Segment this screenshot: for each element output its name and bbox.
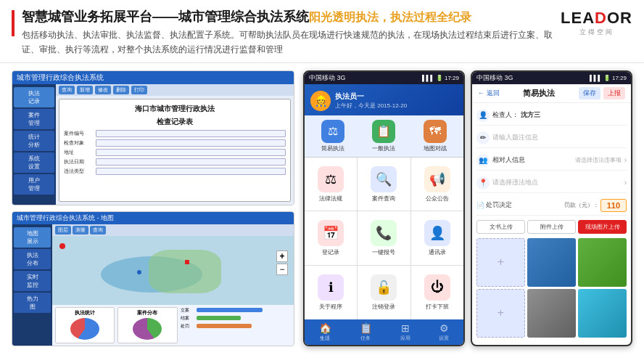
location-row[interactable]: 📍 请选择违法地点 › (476, 174, 627, 193)
map-sidebar-btn-3[interactable]: 实时监控 (14, 271, 51, 291)
bar-label-3: 处罚 (181, 323, 195, 330)
quick-icon-normal: 📋 (372, 120, 395, 143)
menu-item-about[interactable]: ℹ 关于程序 (305, 266, 357, 319)
menu-item-checkout[interactable]: ⏻ 打卡下班 (411, 266, 463, 319)
penalty-input[interactable]: 罚款（元）： 110 (564, 199, 627, 212)
input-row[interactable]: ✏ 请输入题注信息 (476, 129, 627, 148)
map-sidebar-btn-4[interactable]: 热力图 (14, 293, 51, 313)
sidebar-btn-4[interactable]: 系统设置 (14, 152, 54, 173)
upload-attachment[interactable]: 附件上传 (527, 220, 576, 234)
map-land (149, 250, 221, 293)
nav-apps[interactable]: ⊞ 应用 (400, 322, 410, 342)
map-btn-query[interactable]: 查询 (90, 226, 106, 234)
input-type[interactable] (96, 168, 286, 175)
input-date[interactable] (96, 158, 286, 166)
content-area: 城市管理行政综合执法系统 执法记录 案件管理 统计分析 系统设置 用户管理 查询… (0, 63, 644, 354)
phone-2-frame: 中国移动 3G ▌▌▌ 🔋 17:29 ← 返回 简易执法 保存 上报 (471, 70, 632, 346)
menu-label-case: 案件查询 (372, 195, 395, 203)
user-date: 上午好，今天是 2015-12-20 (335, 102, 407, 110)
img-add-1[interactable]: + (476, 238, 525, 287)
desktop-app-form: 城市管理行政综合执法系统 执法记录 案件管理 统计分析 系统设置 用户管理 查询… (12, 71, 294, 205)
right-panel: 中国移动 3G ▌▌▌ 🔋 17:29 👷 执法员一 上午好，今天是 2015-… (303, 70, 632, 346)
nav-home-icon: 🏠 (319, 322, 331, 334)
menu-item-notice[interactable]: 📢 公众公告 (411, 158, 463, 211)
back-button[interactable]: ← 返回 (478, 89, 500, 98)
related-label: 相对人信息 (492, 155, 572, 165)
menu-item-record[interactable]: 📅 登记录 (305, 211, 357, 265)
toolbar-edit[interactable]: 修改 (95, 86, 111, 94)
menu-item-call[interactable]: 📞 一键报号 (358, 211, 410, 265)
menu-item-law[interactable]: ⚖ 法律法规 (305, 158, 357, 211)
menu-item-case[interactable]: 🔍 案件查询 (358, 158, 410, 211)
phone-1-bottom-nav: 🏠 生活 📋 任务 ⊞ 应用 ⚙ 设置 (305, 319, 463, 345)
penalty-amount[interactable]: 110 (600, 199, 627, 212)
input-case-no[interactable] (96, 130, 286, 137)
menu-icon-record: 📅 (318, 220, 344, 246)
map-sidebar-btn-2[interactable]: 执法分布 (14, 249, 51, 269)
toolbar-print[interactable]: 打印 (131, 86, 147, 94)
phone-2-status-bar: 中国移动 3G ▌▌▌ 🔋 17:29 (472, 72, 631, 84)
upload-button[interactable]: 上报 (603, 87, 625, 99)
stat-bars: 立案 结案 处罚 (181, 307, 292, 343)
toolbar-search[interactable]: 查询 (59, 86, 75, 94)
nav-settings-icon: ⚙ (439, 322, 449, 334)
quick-action-normal[interactable]: 📋 一般执法 (372, 120, 395, 152)
toolbar-add[interactable]: 新增 (77, 86, 93, 94)
toolbar-delete[interactable]: 删除 (113, 86, 129, 94)
nav-settings[interactable]: ⚙ 设置 (439, 322, 449, 342)
logo: LEADOR 立得空间 (561, 9, 632, 37)
form2-content: 👤 检查人： 沈方三 ✏ 请输入题注信息 👥 相对人信息 (472, 103, 631, 345)
zoom-out-btn[interactable]: − (276, 264, 288, 275)
menu-item-contacts[interactable]: 👤 通讯录 (411, 211, 463, 265)
menu-label-contacts: 通讯录 (429, 248, 446, 256)
label-type: 违法类型 (64, 168, 93, 175)
map-title-text: 城市管理行政综合执法系统 - 地图 (17, 213, 114, 223)
bar-row-2: 结案 (181, 315, 292, 322)
phone-2-title: 简易执法 (523, 88, 555, 99)
quick-icon-map: 🗺 (424, 120, 447, 143)
map-layout: 地图展示 执法分布 实时监控 热力图 图层 测量 查询 (12, 224, 294, 346)
input-placeholder: 请输入题注信息 (492, 133, 627, 142)
related-icon: 👥 (476, 154, 490, 167)
sidebar-btn-3[interactable]: 统计分析 (14, 131, 54, 151)
inspector-icon: 👤 (476, 109, 490, 122)
upload-document[interactable]: 文书上传 (476, 220, 525, 234)
related-row[interactable]: 👥 相对人信息 请选择违法违事项 › (476, 151, 627, 171)
menu-label-about: 关于程序 (319, 303, 342, 311)
map-content: 图层 测量 查询 + − (52, 224, 294, 346)
phone-1-header: 👷 执法员一 上午好，今天是 2015-12-20 (305, 84, 463, 115)
label-address: 地址 (64, 149, 93, 156)
sidebar-btn-2[interactable]: 案件管理 (14, 109, 54, 129)
location-arrow: › (624, 179, 627, 187)
phone-2-signal: ▌▌▌ (590, 75, 602, 81)
sidebar-btn-5[interactable]: 用户管理 (14, 174, 54, 195)
nav-home[interactable]: 🏠 生活 (319, 322, 331, 342)
map-sidebar-btn-1[interactable]: 地图展示 (14, 227, 51, 248)
nav-tasks[interactable]: 📋 任务 (360, 322, 372, 342)
map-btn-layer[interactable]: 图层 (55, 226, 71, 234)
img-add-2[interactable]: + (476, 289, 525, 338)
input-address[interactable] (96, 149, 286, 156)
app-title-text: 城市管理行政综合执法系统 (17, 73, 104, 83)
quick-action-simple[interactable]: ⚖ 简易执法 (321, 120, 344, 152)
location-label: 请选择违法地点 (492, 178, 622, 187)
menu-item-logout[interactable]: 🔓 注销登录 (358, 266, 410, 319)
phone-2-container: 中国移动 3G ▌▌▌ 🔋 17:29 ← 返回 简易执法 保存 上报 (471, 70, 632, 346)
upload-photos[interactable]: 现场图片上传 (578, 220, 627, 234)
phone-1-frame: 中国移动 3G ▌▌▌ 🔋 17:29 👷 执法员一 上午好，今天是 2015-… (303, 70, 465, 346)
phone-2-time: 17:29 (612, 75, 627, 81)
form-area: 海口市城市管理行政执法 检查记录表 案件编号 检查对象 (59, 99, 291, 202)
save-button[interactable]: 保存 (579, 87, 600, 99)
menu-label-checkout: 打卡下班 (426, 303, 449, 311)
bar-row-3: 处罚 (181, 323, 292, 330)
user-avatar: 👷 (310, 91, 331, 111)
map-toolbar: 图层 测量 查询 (52, 224, 294, 236)
quick-action-map[interactable]: 🗺 地图对战 (424, 120, 447, 152)
input-subject[interactable] (96, 139, 286, 147)
sidebar-btn-1[interactable]: 执法记录 (14, 87, 54, 107)
bar-2 (197, 316, 241, 320)
zoom-in-btn[interactable]: + (276, 250, 288, 262)
app-main-content: 查询 新增 修改 删除 打印 海口市城市管理行政执法 检查记录表 案件编号 (56, 84, 294, 205)
map-btn-measure[interactable]: 测量 (73, 226, 88, 234)
menu-label-call: 一键报号 (372, 248, 395, 256)
